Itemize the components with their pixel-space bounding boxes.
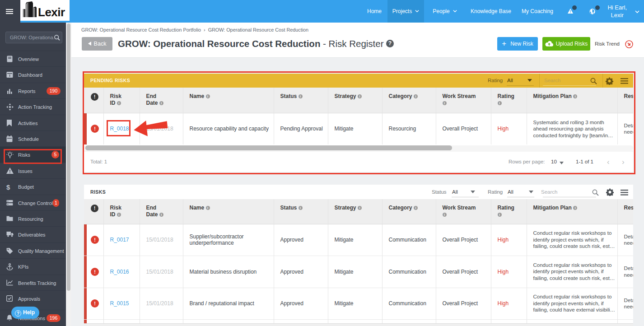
svg-text:$: $ (6, 183, 10, 191)
svg-text:Lexir: Lexir (38, 5, 65, 19)
